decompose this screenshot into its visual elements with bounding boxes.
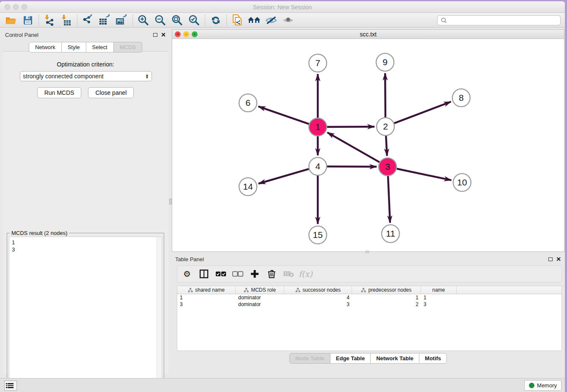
tab-mcds[interactable]: MCDS (114, 42, 142, 52)
node-label-15: 15 (313, 230, 322, 240)
column-header-predecessor-nodes[interactable]: predecessor nodes (352, 286, 421, 294)
float-table-panel-icon[interactable] (548, 257, 553, 261)
export-image-icon[interactable] (113, 14, 130, 27)
add-column-icon[interactable] (249, 268, 260, 279)
application-window: Session: New Session (0, 1, 565, 392)
float-panel-icon[interactable] (153, 33, 157, 37)
tab-select[interactable]: Select (86, 42, 114, 52)
split-view-icon[interactable] (198, 268, 209, 279)
run-mcds-button[interactable]: Run MCDS (37, 87, 82, 98)
function-builder-icon[interactable]: f(x) (300, 268, 311, 279)
table-cell[interactable]: dominator (236, 301, 284, 308)
node-label-7: 7 (315, 58, 320, 68)
table-cell[interactable]: 3 (284, 301, 352, 308)
result-items-container: 13 (12, 239, 159, 253)
tab-network[interactable]: Network (29, 42, 62, 52)
close-panel-button[interactable]: Close panel (88, 87, 134, 98)
close-panel-icon[interactable]: ✕ (161, 32, 166, 38)
tab-motifs[interactable]: Motifs (419, 353, 447, 364)
export-table-icon[interactable] (96, 14, 113, 27)
zoom-selected-icon[interactable] (186, 14, 203, 27)
criterion-select[interactable]: strongly connected component ▲▼ (20, 71, 152, 81)
mcds-result-title: MCDS result (2 nodes) (10, 230, 69, 236)
node-label-11: 11 (386, 229, 395, 238)
edge-4-3[interactable] (327, 166, 377, 167)
tab-style[interactable]: Style (62, 42, 86, 52)
table-cell[interactable]: 2 (352, 301, 421, 308)
mcds-result-box: MCDS result (2 nodes) 13 (7, 233, 164, 392)
edge-3-1[interactable] (328, 133, 380, 162)
delete-table-icon[interactable] (283, 268, 294, 279)
edge-1-2[interactable] (327, 127, 374, 127)
node-label-2: 2 (383, 121, 388, 131)
main-toolbar (0, 13, 565, 28)
network-window-titlebar[interactable]: ✕ − + scc.txt (172, 30, 564, 39)
table-cell[interactable]: 3 (421, 301, 457, 308)
zoom-fit-icon[interactable] (169, 14, 186, 27)
column-label: predecessor nodes (368, 287, 411, 293)
control-panel-tabs: NetworkStyleSelectMCDS (2, 42, 169, 52)
zoom-out-icon[interactable] (152, 14, 169, 27)
table-cell[interactable]: 1 (421, 294, 457, 301)
save-icon[interactable] (19, 14, 36, 27)
table-cell[interactable]: dominator (236, 294, 284, 301)
edge-2-3[interactable] (386, 136, 387, 156)
edge-1-6[interactable] (259, 106, 309, 124)
copy-network-icon[interactable] (229, 14, 246, 27)
edge-3-10[interactable] (397, 169, 451, 180)
window-title: Session: New Session (0, 4, 565, 11)
select-all-checkboxes-icon[interactable] (215, 268, 226, 279)
column-header-name[interactable]: name (421, 286, 457, 294)
edge-2-8[interactable] (394, 102, 451, 123)
result-scrollbar[interactable] (157, 237, 162, 389)
delete-column-trash-icon[interactable] (266, 268, 277, 279)
table-header-row: shared nameMCDS rolesuccessor nodesprede… (177, 286, 561, 294)
show-all-eye-icon[interactable] (280, 14, 297, 27)
column-tree-icon (361, 288, 366, 293)
column-header-shared-name[interactable]: shared name (177, 286, 236, 294)
memory-button[interactable]: Memory (524, 380, 561, 391)
table-cell[interactable]: 3 (177, 301, 236, 308)
table-cell[interactable]: 1 (177, 294, 236, 301)
column-header-successor-nodes[interactable]: successor nodes (284, 286, 352, 294)
hide-selected-eye-icon[interactable] (263, 14, 280, 27)
memory-label: Memory (537, 382, 557, 389)
node-table[interactable]: shared nameMCDS rolesuccessor nodesprede… (177, 286, 562, 351)
import-table-icon[interactable] (58, 14, 75, 27)
tab-edge-table[interactable]: Edge Table (330, 353, 371, 364)
table-row[interactable]: 1dominator411 (177, 294, 561, 301)
table-row[interactable]: 3dominator323 (177, 301, 561, 308)
table-cell[interactable]: 1 (352, 294, 421, 301)
tab-network-table[interactable]: Network Table (371, 353, 419, 364)
horizontal-splitter-grip[interactable] (366, 251, 369, 253)
close-table-panel-icon[interactable]: ✕ (556, 256, 561, 262)
open-folder-icon[interactable] (3, 14, 19, 27)
mcds-result-list[interactable]: 13 (9, 237, 162, 389)
edge-4-14[interactable] (259, 169, 309, 184)
network-canvas[interactable]: 1234678910111415 (172, 39, 564, 251)
table-panel-tabs: Node TableEdge TableNetwork TableMotifs (172, 353, 564, 364)
memory-status-dot (529, 383, 534, 388)
table-cell[interactable]: 4 (284, 294, 352, 301)
node-label-14: 14 (243, 182, 253, 191)
tab-node-table[interactable]: Node Table (289, 353, 330, 364)
export-network-icon[interactable] (80, 14, 96, 27)
gear-icon[interactable]: ⚙ (182, 268, 193, 279)
task-history-button[interactable] (4, 381, 17, 391)
refresh-icon[interactable] (207, 14, 224, 27)
node-label-1: 1 (315, 122, 320, 132)
edge-3-11[interactable] (388, 176, 390, 223)
edge-2-9[interactable] (385, 73, 385, 117)
column-tree-icon (244, 288, 249, 293)
first-neighbors-icon[interactable] (246, 14, 263, 27)
column-header-MCDS-role[interactable]: MCDS role (236, 286, 284, 294)
search-box[interactable] (437, 15, 561, 25)
import-network-icon[interactable] (41, 14, 58, 27)
search-input[interactable] (449, 16, 560, 25)
column-label: successor nodes (303, 287, 341, 293)
deselect-all-checkboxes-icon[interactable] (232, 268, 243, 279)
toolbar-separator (226, 15, 227, 26)
search-icon (440, 17, 449, 24)
zoom-in-icon[interactable] (135, 14, 152, 27)
result-item: 1 (12, 239, 159, 246)
